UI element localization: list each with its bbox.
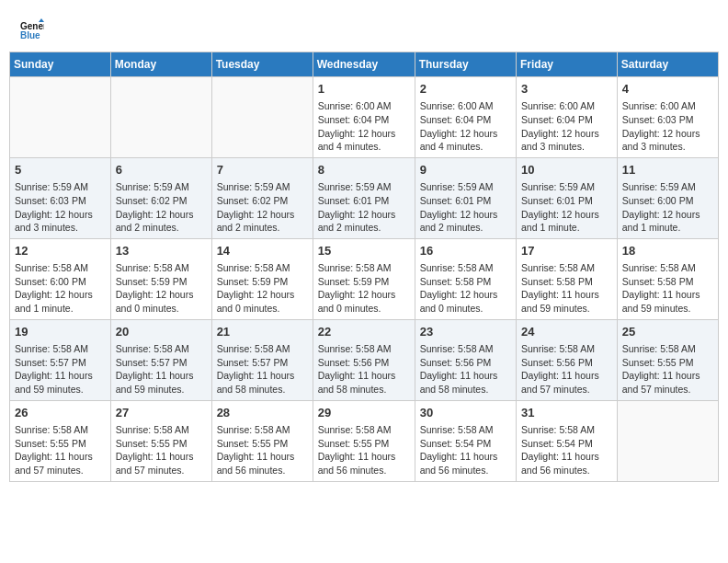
sunset-info: Sunset: 5:57 PM — [116, 356, 207, 370]
daylight-hours: Daylight: 12 hours — [420, 288, 511, 302]
day-number: 26 — [15, 405, 106, 421]
calendar-cell: 15Sunrise: 5:58 AMSunset: 5:59 PMDayligh… — [313, 238, 415, 319]
day-info-continuation: and 58 minutes. — [420, 383, 511, 396]
day-info-continuation: and 2 minutes. — [420, 221, 511, 235]
logo: General Blue — [18, 17, 48, 42]
sunset-info: Sunset: 5:57 PM — [217, 356, 308, 370]
sunset-info: Sunset: 6:02 PM — [116, 194, 207, 208]
sunset-info: Sunset: 5:57 PM — [15, 356, 106, 370]
weekday-header-wednesday: Wednesday — [313, 52, 415, 77]
sunset-info: Sunset: 5:55 PM — [622, 356, 713, 370]
day-number: 12 — [15, 243, 106, 259]
sunset-info: Sunset: 6:04 PM — [521, 113, 612, 127]
calendar-cell: 12Sunrise: 5:58 AMSunset: 6:00 PMDayligh… — [10, 238, 111, 319]
day-info-continuation: and 1 minute. — [15, 302, 106, 316]
day-info-continuation: and 2 minutes. — [116, 221, 207, 235]
daylight-hours: Daylight: 11 hours — [318, 369, 410, 383]
daylight-hours: Daylight: 12 hours — [521, 208, 612, 222]
sunrise-info: Sunrise: 5:59 AM — [116, 180, 207, 194]
day-number: 1 — [318, 81, 410, 98]
daylight-hours: Daylight: 11 hours — [15, 369, 106, 383]
day-number: 24 — [521, 324, 612, 340]
day-info-continuation: and 3 minutes. — [15, 221, 106, 235]
day-number: 22 — [318, 324, 410, 340]
sunset-info: Sunset: 6:03 PM — [15, 194, 106, 208]
day-number: 21 — [217, 324, 308, 340]
day-number: 5 — [15, 162, 106, 178]
day-number: 4 — [622, 81, 713, 98]
day-info-continuation: and 57 minutes. — [622, 383, 713, 396]
daylight-hours: Daylight: 11 hours — [420, 369, 511, 383]
calendar-cell: 23Sunrise: 5:58 AMSunset: 5:56 PMDayligh… — [415, 319, 516, 400]
sunset-info: Sunset: 6:00 PM — [15, 275, 106, 289]
sunrise-info: Sunrise: 6:00 AM — [622, 99, 713, 113]
day-number: 2 — [420, 81, 511, 98]
daylight-hours: Daylight: 11 hours — [622, 369, 713, 383]
calendar-cell: 18Sunrise: 5:58 AMSunset: 5:58 PMDayligh… — [617, 238, 718, 319]
calendar-cell: 14Sunrise: 5:58 AMSunset: 5:59 PMDayligh… — [211, 238, 313, 319]
calendar-cell: 25Sunrise: 5:58 AMSunset: 5:55 PMDayligh… — [617, 319, 718, 400]
day-number: 30 — [420, 405, 511, 421]
day-info-continuation: and 4 minutes. — [420, 140, 511, 154]
sunrise-info: Sunrise: 5:58 AM — [318, 261, 410, 275]
calendar-cell — [110, 77, 211, 158]
day-info-continuation: and 0 minutes. — [318, 302, 410, 316]
day-info-continuation: and 59 minutes. — [521, 302, 612, 316]
calendar-cell: 16Sunrise: 5:58 AMSunset: 5:58 PMDayligh… — [415, 238, 516, 319]
day-info-continuation: and 56 minutes. — [521, 464, 612, 477]
calendar-week-row: 19Sunrise: 5:58 AMSunset: 5:57 PMDayligh… — [10, 319, 719, 400]
day-info-continuation: and 59 minutes. — [116, 383, 207, 396]
calendar-cell: 27Sunrise: 5:58 AMSunset: 5:55 PMDayligh… — [110, 400, 211, 481]
sunset-info: Sunset: 5:55 PM — [318, 437, 410, 451]
weekday-header-tuesday: Tuesday — [211, 52, 313, 77]
calendar-cell: 1Sunrise: 6:00 AMSunset: 6:04 PMDaylight… — [313, 77, 415, 158]
weekday-header-monday: Monday — [110, 52, 211, 77]
day-number: 10 — [521, 162, 612, 178]
day-number: 27 — [116, 405, 207, 421]
day-number: 11 — [622, 162, 713, 178]
weekday-header-friday: Friday — [517, 52, 618, 77]
calendar-week-row: 5Sunrise: 5:59 AMSunset: 6:03 PMDaylight… — [10, 157, 719, 238]
sunrise-info: Sunrise: 5:58 AM — [217, 342, 308, 356]
sunset-info: Sunset: 5:55 PM — [116, 437, 207, 451]
daylight-hours: Daylight: 12 hours — [622, 127, 713, 141]
day-info-continuation: and 57 minutes. — [116, 464, 207, 477]
day-info-continuation: and 4 minutes. — [318, 140, 410, 154]
calendar-cell — [211, 77, 313, 158]
daylight-hours: Daylight: 12 hours — [217, 208, 308, 222]
calendar-cell: 10Sunrise: 5:59 AMSunset: 6:01 PMDayligh… — [517, 157, 618, 238]
sunset-info: Sunset: 5:58 PM — [420, 275, 511, 289]
sunrise-info: Sunrise: 5:59 AM — [622, 180, 713, 194]
day-number: 9 — [420, 162, 511, 178]
sunrise-info: Sunrise: 6:00 AM — [521, 99, 612, 113]
calendar-cell: 2Sunrise: 6:00 AMSunset: 6:04 PMDaylight… — [415, 77, 516, 158]
sunset-info: Sunset: 6:04 PM — [318, 113, 410, 127]
daylight-hours: Daylight: 11 hours — [116, 450, 207, 464]
day-number: 18 — [622, 243, 713, 259]
day-info-continuation: and 57 minutes. — [521, 383, 612, 396]
sunset-info: Sunset: 6:03 PM — [622, 113, 713, 127]
daylight-hours: Daylight: 12 hours — [15, 208, 106, 222]
sunrise-info: Sunrise: 5:59 AM — [318, 180, 410, 194]
sunrise-info: Sunrise: 5:58 AM — [217, 261, 308, 275]
sunrise-info: Sunrise: 5:58 AM — [15, 261, 106, 275]
day-info-continuation: and 3 minutes. — [521, 140, 612, 154]
day-number: 7 — [217, 162, 308, 178]
sunrise-info: Sunrise: 5:58 AM — [420, 261, 511, 275]
weekday-header-row: SundayMondayTuesdayWednesdayThursdayFrid… — [10, 52, 719, 77]
calendar-cell: 4Sunrise: 6:00 AMSunset: 6:03 PMDaylight… — [617, 77, 718, 158]
calendar-cell: 29Sunrise: 5:58 AMSunset: 5:55 PMDayligh… — [313, 400, 415, 481]
day-number: 25 — [622, 324, 713, 340]
sunset-info: Sunset: 6:01 PM — [521, 194, 612, 208]
sunrise-info: Sunrise: 5:58 AM — [15, 423, 106, 437]
sunrise-info: Sunrise: 5:58 AM — [318, 342, 410, 356]
calendar-cell: 30Sunrise: 5:58 AMSunset: 5:54 PMDayligh… — [415, 400, 516, 481]
calendar-cell: 3Sunrise: 6:00 AMSunset: 6:04 PMDaylight… — [517, 77, 618, 158]
daylight-hours: Daylight: 12 hours — [318, 208, 410, 222]
calendar-cell: 24Sunrise: 5:58 AMSunset: 5:56 PMDayligh… — [517, 319, 618, 400]
calendar-cell: 8Sunrise: 5:59 AMSunset: 6:01 PMDaylight… — [313, 157, 415, 238]
calendar-week-row: 12Sunrise: 5:58 AMSunset: 6:00 PMDayligh… — [10, 238, 719, 319]
day-number: 8 — [318, 162, 410, 178]
calendar-cell: 20Sunrise: 5:58 AMSunset: 5:57 PMDayligh… — [110, 319, 211, 400]
day-info-continuation: and 59 minutes. — [15, 383, 106, 396]
